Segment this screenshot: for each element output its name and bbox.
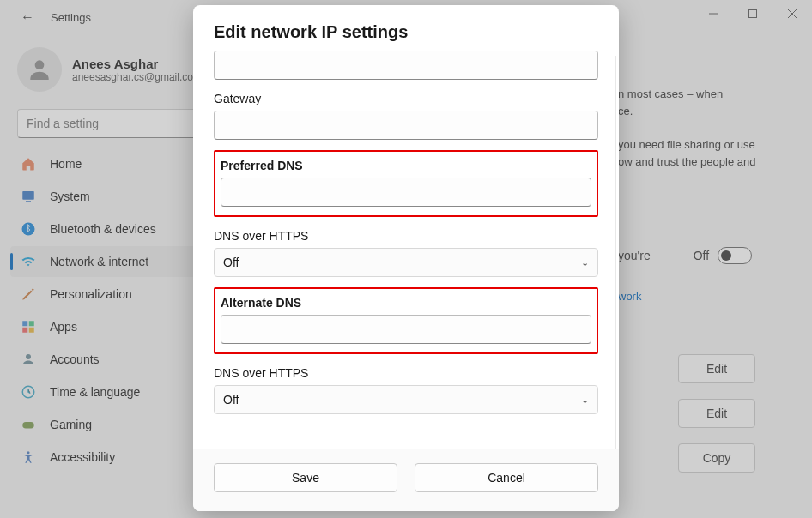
chevron-down-icon: ⌄ — [581, 257, 589, 268]
alternate-dns-input[interactable] — [221, 315, 591, 344]
doh1-value: Off — [223, 256, 239, 269]
alternate-dns-highlight: Alternate DNS — [214, 287, 598, 354]
doh1-select[interactable]: Off ⌄ — [214, 248, 598, 277]
modal-body[interactable]: Gateway Preferred DNS DNS over HTTPS Off… — [193, 47, 619, 449]
preferred-dns-input[interactable] — [221, 178, 591, 207]
ip-settings-modal: Edit network IP settings Gateway Preferr… — [193, 5, 619, 511]
gateway-input[interactable] — [214, 111, 598, 140]
scrollbar-track[interactable] — [615, 56, 616, 449]
settings-window: ← Settings Anees Asghar aneesasghar.cs@g… — [0, 0, 812, 518]
doh2-label: DNS over HTTPS — [214, 366, 598, 380]
preferred-dns-label: Preferred DNS — [221, 159, 591, 172]
doh1-label: DNS over HTTPS — [214, 229, 598, 243]
preferred-dns-highlight: Preferred DNS — [214, 150, 598, 217]
cancel-button[interactable]: Cancel — [415, 463, 598, 492]
gateway-label: Gateway — [214, 92, 598, 105]
doh2-value: Off — [223, 393, 239, 407]
chevron-down-icon: ⌄ — [581, 395, 589, 406]
doh2-select[interactable]: Off ⌄ — [214, 385, 598, 414]
alternate-dns-label: Alternate DNS — [221, 296, 591, 310]
modal-title: Edit network IP settings — [193, 5, 619, 47]
save-button[interactable]: Save — [214, 463, 397, 492]
prev-field-input[interactable] — [214, 51, 598, 80]
modal-footer: Save Cancel — [193, 449, 619, 511]
